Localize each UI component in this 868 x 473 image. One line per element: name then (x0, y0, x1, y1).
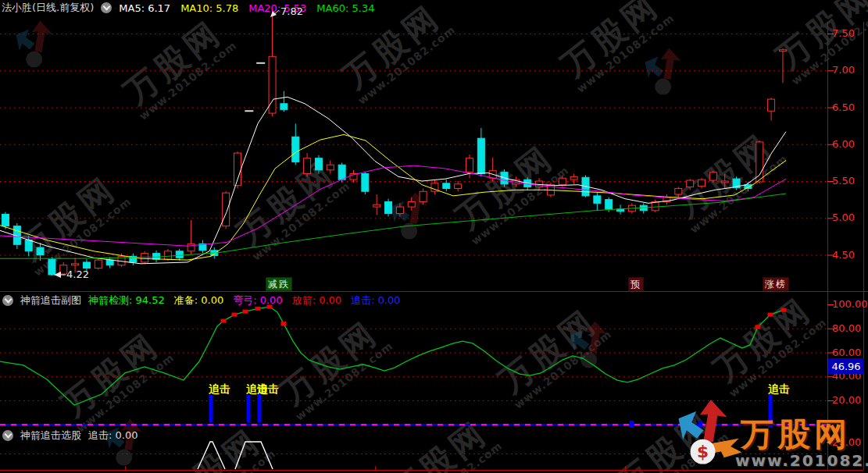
indicator-field-label: 追击: 0.00 (351, 293, 400, 308)
high-annotation: 7.82 (280, 5, 303, 17)
collapse-main-icon[interactable] (101, 2, 112, 13)
selector-panel-header: 神箭追击选股 追击: 0.00 (2, 429, 138, 443)
indicator-panel-title: 神箭追击副图 (20, 293, 81, 308)
indicator-axis-label: 100.00 (832, 298, 866, 310)
price-axis-label: 5.00 (832, 212, 866, 223)
indicator-value-box: 46.96 (828, 358, 864, 374)
ma-legend: MA5: 6.17MA10: 5.78MA20: 5.53MA60: 5.34 (119, 2, 374, 14)
price-axis-label: 5.50 (832, 175, 866, 187)
indicator-axis-label: 20.00 (832, 394, 866, 406)
site-logo-text: 万股网 (741, 413, 851, 457)
zhuiji-signal-label: 追击 (209, 382, 230, 395)
indicator-field-label: 弯弓: 0.00 (233, 293, 282, 308)
stock-app-window: { "header": { "title": "法小胜(日线.前复权)", "m… (0, 0, 868, 473)
main-chart-header: 法小胜(日线.前复权) MA5: 6.17MA10: 5.78MA20: 5.5… (2, 1, 374, 15)
indicator-axis-label: 60.00 (832, 347, 866, 358)
yu-badge[interactable]: 预 (628, 277, 644, 291)
ma-label: MA5: 6.17 (119, 2, 170, 14)
indicator-field-label: 准备: 0.00 (174, 293, 223, 308)
trend-badge[interactable]: 减跌 (266, 277, 292, 291)
indicator-legend: 神箭检测: 94.52准备: 0.00弯弓: 0.00放箭: 0.00追击: 0… (88, 293, 401, 308)
price-axis-label: 7.50 (832, 27, 866, 39)
ma-label: MA10: 5.78 (180, 2, 238, 14)
price-axis-label: 6.00 (832, 138, 866, 150)
ma-label: MA60: 5.34 (316, 2, 374, 14)
zhuiji-signal-label: 追击 (257, 382, 279, 395)
site-logo-url: www.201082.com (735, 451, 868, 470)
selector-panel-title: 神箭追击选股 (20, 429, 81, 443)
chart-title: 法小胜(日线.前复权) (2, 1, 94, 15)
collapse-selector-icon[interactable] (2, 430, 13, 441)
svg-text:$: $ (697, 442, 709, 461)
indicator-panel-header: 神箭追击副图 神箭检测: 94.52准备: 0.00弯弓: 0.00放箭: 0.… (2, 293, 401, 308)
low-annotation: 4.22 (66, 269, 89, 280)
indicator-field-label: 神箭检测: 94.52 (88, 293, 165, 308)
zhuiji-signal-label: 追击 (768, 382, 790, 395)
zhangbang-badge[interactable]: 涨榜 (763, 277, 789, 291)
selector-field: 追击: 0.00 (88, 429, 138, 443)
price-axis-label: 6.50 (832, 101, 866, 113)
indicator-axis-label: 80.00 (832, 322, 866, 334)
price-axis-label: 4.50 (832, 249, 866, 261)
collapse-indicator-icon[interactable] (2, 295, 13, 306)
price-axis-label: 7.00 (832, 64, 866, 76)
indicator-field-label: 放箭: 0.00 (292, 293, 341, 308)
